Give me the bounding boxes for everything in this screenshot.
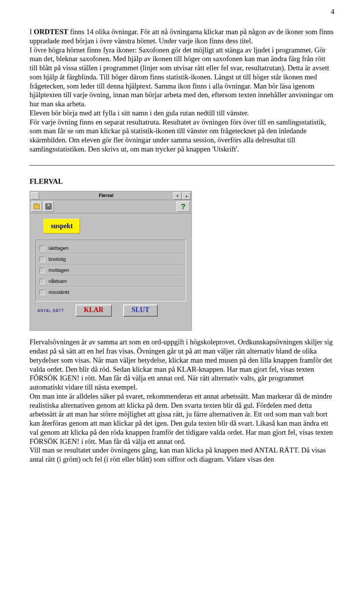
option-label: mottagen: [49, 267, 69, 273]
intro-paragraph-1: I ORDTEST finns 14 olika övningar. För a…: [30, 27, 334, 46]
maximize-button[interactable]: ▴: [182, 192, 191, 200]
intro-paragraph-4: För varje övning finns en separat result…: [30, 118, 334, 154]
option-label: våldsam: [49, 278, 67, 284]
save-button[interactable]: [43, 201, 54, 212]
section-heading-flerval: FLERVAL: [30, 177, 334, 186]
client-area: suspekt iakttagen brottslig mottagen vål…: [30, 213, 191, 317]
minimize-button[interactable]: ▾: [173, 192, 182, 200]
toolbar: ?: [30, 200, 191, 213]
help-icon: ?: [181, 202, 185, 211]
titlebar: Flerval ▾ ▴: [30, 191, 191, 200]
intro-bold-ordtest: ORDTEST: [34, 28, 68, 36]
open-button[interactable]: [31, 201, 42, 212]
options-panel: iakttagen brottslig mottagen våldsam mis…: [35, 240, 186, 301]
window-title: Flerval: [39, 193, 173, 198]
help-button[interactable]: ?: [176, 201, 190, 212]
intro-prefix: I: [30, 28, 34, 36]
score-button[interactable]: ANTAL RÄTT: [38, 309, 64, 313]
radio-icon[interactable]: [39, 268, 45, 273]
option-row[interactable]: iakttagen: [39, 243, 182, 254]
bottom-row: ANTAL RÄTT KLAR SLUT: [35, 301, 186, 317]
divider: [30, 165, 334, 166]
flerval-paragraph-3: Vill man se resultatet under övningens g…: [30, 446, 334, 464]
klar-button[interactable]: KLAR: [75, 304, 112, 317]
flerval-paragraph-1: Flervalsövningen är av samma art som en …: [30, 338, 334, 392]
radio-icon[interactable]: [39, 290, 45, 295]
intro-after-bold: finns 14 olika övningar. För att nå övni…: [30, 28, 334, 45]
radio-icon[interactable]: [39, 279, 45, 284]
radio-icon[interactable]: [39, 257, 45, 262]
intro-paragraph-3: Eleven bör börja med att fylla i sitt na…: [30, 109, 334, 118]
page-number: 4: [30, 8, 334, 16]
radio-icon[interactable]: [39, 246, 45, 251]
document-page: 4 I ORDTEST finns 14 olika övningar. För…: [0, 0, 364, 475]
system-menu-icon[interactable]: [31, 192, 39, 200]
option-label: misstänkt: [49, 289, 69, 295]
intro-paragraph-2: I övre högra hörnet finns fyra ikoner: S…: [30, 46, 334, 109]
option-label: iakttagen: [49, 245, 69, 251]
folder-icon: [34, 204, 40, 209]
flerval-app-window: Flerval ▾ ▴ ? suspekt iakttagen brottsli…: [30, 191, 192, 331]
option-row[interactable]: mottagen: [39, 265, 182, 276]
slut-button[interactable]: SLUT: [123, 304, 158, 317]
flerval-paragraph-2: Om man inte är alldeles säker på svaret,…: [30, 392, 334, 446]
prompt-word: suspekt: [44, 219, 80, 233]
option-row[interactable]: misstänkt: [39, 287, 182, 297]
option-label: brottslig: [49, 256, 66, 262]
disk-icon: [46, 203, 52, 210]
option-row[interactable]: våldsam: [39, 276, 182, 287]
option-row[interactable]: brottslig: [39, 254, 182, 265]
